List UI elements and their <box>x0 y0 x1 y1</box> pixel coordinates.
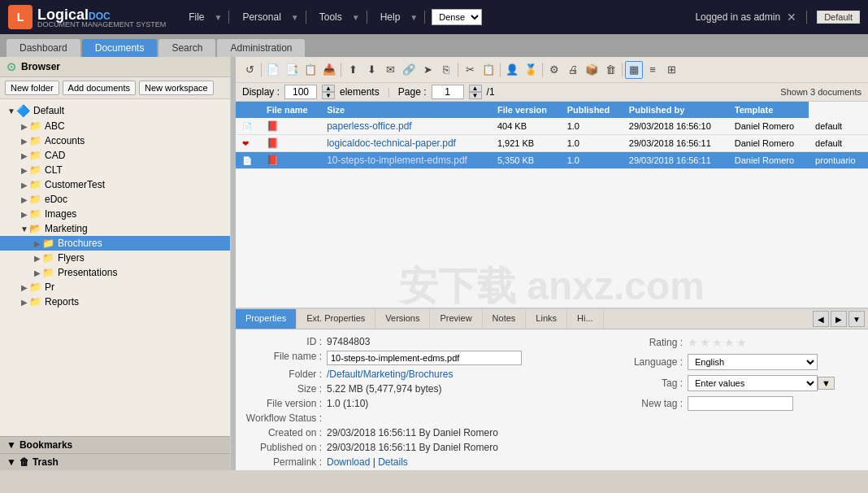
tb-cut-button[interactable]: ✂ <box>461 61 479 79</box>
filename-link[interactable]: logicaldoc-technical-paper.pdf <box>327 137 456 149</box>
star-2[interactable]: ★ <box>700 336 710 349</box>
tree-item-cad[interactable]: ▶ 📁 CAD <box>0 148 230 163</box>
details-newtag-row: New tag : <box>631 396 858 411</box>
bookmarks-section[interactable]: ▼ Bookmarks <box>0 436 230 453</box>
tag-select[interactable]: Enter values <box>688 375 818 391</box>
th-version[interactable]: File version <box>491 102 561 118</box>
page-down-button[interactable]: ▼ <box>469 92 482 99</box>
tree-item-reports[interactable]: ▶ 📁 Reports <box>0 294 230 309</box>
tb-copy-button[interactable]: ⎘ <box>437 61 455 79</box>
menu-tools[interactable]: Tools <box>313 10 349 24</box>
tab-dashboard[interactable]: Dashboard <box>7 39 80 57</box>
th-template[interactable]: Template <box>728 102 809 118</box>
details-tab-preview[interactable]: Preview <box>430 309 482 329</box>
logout-button[interactable]: ✕ <box>787 11 796 24</box>
row-published-cell: 29/03/2018 16:56:11 <box>623 135 728 152</box>
tree-item-images[interactable]: ▶ 📁 Images <box>0 207 230 221</box>
tb-add-doc-button[interactable]: 📄 <box>264 61 282 79</box>
new-folder-button[interactable]: New folder <box>5 81 59 95</box>
display-up-button[interactable]: ▲ <box>322 85 335 92</box>
tree-item-clt[interactable]: ▶ 📁 CLT <box>0 163 230 177</box>
tb-star-button[interactable]: 🏅 <box>522 61 540 79</box>
star-4[interactable]: ★ <box>724 336 735 349</box>
tb-pdf-button[interactable]: 📑 <box>283 61 301 79</box>
display-down-button[interactable]: ▼ <box>322 92 335 99</box>
filename-link[interactable]: 10-steps-to-implement-edms.pdf <box>327 155 467 166</box>
details-tab-notes[interactable]: Notes <box>483 309 527 329</box>
tb-archive-button[interactable]: 📦 <box>583 61 601 79</box>
tree-item-pr[interactable]: ▶ 📁 Pr <box>0 280 230 294</box>
tb-view-list-button[interactable]: ≡ <box>644 61 662 79</box>
newtag-input[interactable] <box>688 396 793 411</box>
th-published[interactable]: Published <box>561 102 623 118</box>
new-workspace-button[interactable]: New workspace <box>139 81 214 95</box>
display-input[interactable] <box>284 85 317 99</box>
th-published-by[interactable]: Published by <box>623 102 728 118</box>
tab-documents[interactable]: Documents <box>82 39 158 57</box>
tree-item-brochures[interactable]: ▶ 📁 Brochures <box>0 236 230 251</box>
table-row[interactable]: 📄📕paperless-office.pdf404 KB1.029/03/201… <box>236 118 868 135</box>
permalink-download-link[interactable]: Download <box>327 456 370 468</box>
nav-tabs: Dashboard Documents Search Administratio… <box>0 34 868 57</box>
tree-item-edoc[interactable]: ▶ 📁 eDoc <box>0 192 230 207</box>
details-nav-next[interactable]: ▶ <box>831 311 847 327</box>
tb-view-grid-button[interactable]: ▦ <box>625 61 643 79</box>
tree-label-edoc: eDoc <box>45 194 67 205</box>
details-tab-properties[interactable]: Properties <box>236 309 297 329</box>
tb-checkout-button[interactable]: 📋 <box>302 61 319 79</box>
tb-upload-button[interactable]: ⬆ <box>344 61 362 79</box>
add-documents-button[interactable]: Add documents <box>63 81 136 95</box>
details-tab-history[interactable]: Hi... <box>567 309 604 329</box>
tb-delete-button[interactable]: 🗑 <box>601 61 619 79</box>
tree-item-flyers[interactable]: ▶ 📁 Flyers <box>0 251 230 265</box>
folder-icon-presentations: 📁 <box>42 267 54 278</box>
filename-input[interactable] <box>327 351 522 365</box>
permalink-details-link[interactable]: Details <box>378 456 408 468</box>
tb-checkin-button[interactable]: 📥 <box>320 61 338 79</box>
tb-download-button[interactable]: ⬇ <box>362 61 380 79</box>
row-template-cell: prontuario <box>809 152 868 169</box>
tb-paste-button[interactable]: 📋 <box>480 61 497 79</box>
tb-view-tile-button[interactable]: ⊞ <box>662 61 680 79</box>
tree-item-accounts[interactable]: ▶ 📁 Accounts <box>0 133 230 148</box>
tb-workflow-button[interactable]: ⚙ <box>545 61 563 79</box>
page-up-button[interactable]: ▲ <box>469 85 482 92</box>
folder-link[interactable]: /Default/Marketing/Brochures <box>327 369 453 380</box>
tree-item-abc[interactable]: ▶ 📁 ABC <box>0 119 230 133</box>
row-version-cell: 1.0 <box>561 135 623 152</box>
star-3[interactable]: ★ <box>712 336 723 349</box>
row-icon-cell: 📄 <box>236 118 260 135</box>
tab-administration[interactable]: Administration <box>217 39 305 57</box>
tb-refresh-button[interactable]: ↺ <box>241 61 258 79</box>
menu-personal[interactable]: Personal <box>236 10 287 24</box>
star-1[interactable]: ★ <box>688 336 698 349</box>
tree-item-customertest[interactable]: ▶ 📁 CustomerTest <box>0 177 230 192</box>
th-filename[interactable]: File name <box>260 102 320 118</box>
tb-email-button[interactable]: ✉ <box>381 61 399 79</box>
filename-link[interactable]: paperless-office.pdf <box>327 120 412 132</box>
star-5[interactable]: ★ <box>736 336 747 349</box>
th-size[interactable]: Size <box>320 102 491 118</box>
language-select[interactable]: English <box>688 354 818 370</box>
trash-section[interactable]: ▼ 🗑 Trash <box>0 453 230 470</box>
details-nav-menu[interactable]: ▼ <box>848 311 865 327</box>
tb-move-button[interactable]: ➤ <box>419 61 436 79</box>
table-row[interactable]: 📄📕10-steps-to-implement-edms.pdf5,350 KB… <box>236 152 868 169</box>
page-input[interactable] <box>432 85 464 99</box>
tree-item-presentations[interactable]: ▶ 📁 Presentations <box>0 265 230 280</box>
table-row[interactable]: ❤📕logicaldoc-technical-paper.pdf1,921 KB… <box>236 135 868 152</box>
tb-user-button[interactable]: 👤 <box>503 61 521 79</box>
tb-print-button[interactable]: 🖨 <box>564 61 582 79</box>
tree-item-default[interactable]: ▼ 🔷 Default <box>0 103 230 119</box>
details-tab-ext[interactable]: Ext. Properties <box>297 309 375 329</box>
menu-file[interactable]: File <box>182 10 210 24</box>
tb-link-button[interactable]: 🔗 <box>400 61 418 79</box>
details-tab-links[interactable]: Links <box>526 309 567 329</box>
density-select[interactable]: Dense <box>432 9 482 25</box>
tag-dropdown-btn[interactable]: ▼ <box>818 377 835 390</box>
tab-search[interactable]: Search <box>158 39 215 57</box>
tree-item-marketing[interactable]: ▼ 📂 Marketing <box>0 221 230 236</box>
details-tab-versions[interactable]: Versions <box>375 309 430 329</box>
menu-help[interactable]: Help <box>374 10 407 24</box>
details-nav-prev[interactable]: ◀ <box>813 311 829 327</box>
